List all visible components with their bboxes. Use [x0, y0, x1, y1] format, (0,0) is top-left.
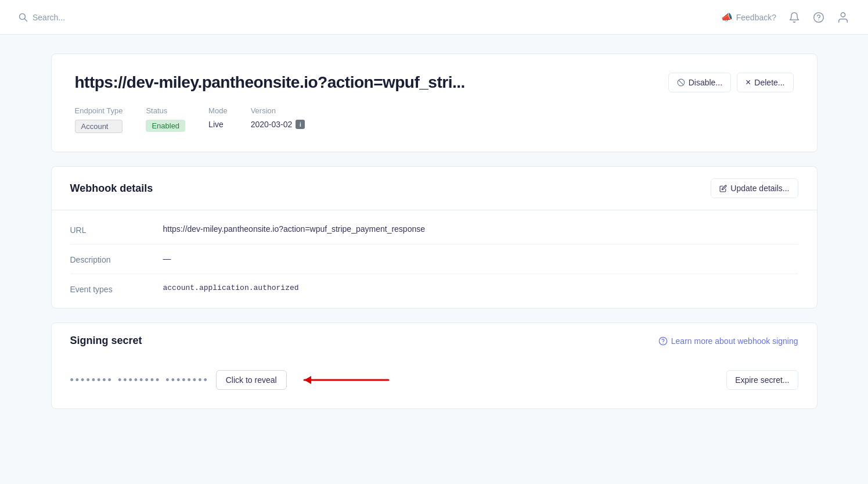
- svg-point-3: [819, 19, 819, 20]
- detail-val-description: —: [163, 254, 171, 263]
- svg-point-8: [662, 343, 663, 343]
- version-value: 2020-03-02 i: [251, 120, 305, 129]
- pencil-icon: [719, 185, 727, 192]
- feedback-label: Feedback?: [736, 13, 776, 22]
- webhook-details-title: Webhook details: [70, 182, 153, 195]
- svg-marker-10: [304, 376, 311, 384]
- version-label: Version: [251, 106, 305, 115]
- detail-row-event-types: Event types account.application.authoriz…: [70, 274, 798, 303]
- nav-right: 📣 Feedback?: [721, 11, 849, 24]
- status-label: Status: [146, 106, 185, 115]
- svg-point-7: [659, 337, 667, 345]
- megaphone-icon: 📣: [721, 12, 733, 23]
- detail-key-url: URL: [70, 224, 140, 235]
- svg-point-4: [841, 12, 845, 16]
- svg-line-1: [25, 19, 27, 21]
- help-icon[interactable]: [812, 11, 825, 24]
- details-table: URL https://dev-miley.pantheonsite.io?ac…: [52, 210, 817, 308]
- detail-row-description: Description —: [70, 245, 798, 274]
- search-placeholder: Search...: [33, 13, 65, 22]
- meta-status: Status Enabled: [146, 106, 185, 132]
- signing-secret-header: Signing secret Learn more about webhook …: [52, 323, 817, 358]
- user-avatar-icon[interactable]: [837, 11, 849, 24]
- webhook-details-card: Webhook details Update details... URL ht…: [51, 166, 817, 309]
- red-arrow-icon: [298, 371, 391, 389]
- secret-row: •••••••• •••••••• •••••••• Click to reve…: [52, 358, 817, 408]
- update-details-button[interactable]: Update details...: [711, 178, 798, 198]
- arrow-indicator: [298, 371, 391, 389]
- detail-key-description: Description: [70, 254, 140, 264]
- feedback-button[interactable]: 📣 Feedback?: [721, 12, 776, 23]
- signing-secret-title: Signing secret: [70, 335, 142, 347]
- meta-mode: Mode Live: [208, 106, 228, 129]
- reveal-secret-button[interactable]: Click to reveal: [216, 370, 287, 390]
- mode-value: Live: [208, 120, 228, 129]
- detail-val-event-types: account.application.authorized: [163, 284, 299, 292]
- svg-line-6: [679, 80, 683, 85]
- meta-version: Version 2020-03-02 i: [251, 106, 305, 129]
- header-meta: Endpoint Type Account Status Enabled Mod…: [75, 106, 794, 133]
- webhook-details-header: Webhook details Update details...: [52, 167, 817, 210]
- endpoint-type-label: Endpoint Type: [75, 106, 123, 115]
- endpoint-type-badge: Account: [75, 120, 123, 133]
- update-details-label: Update details...: [730, 184, 789, 193]
- header-top: https://dev-miley.pantheonsite.io?action…: [75, 73, 794, 92]
- detail-key-event-types: Event types: [70, 284, 140, 294]
- disable-icon: [677, 78, 685, 87]
- version-info-icon[interactable]: i: [296, 120, 305, 129]
- learn-more-label: Learn more about webhook signing: [671, 336, 798, 346]
- status-badge: Enabled: [146, 120, 185, 132]
- secret-dots: •••••••• •••••••• ••••••••: [70, 374, 209, 386]
- delete-label: Delete...: [754, 78, 784, 87]
- search-area[interactable]: Search...: [19, 13, 65, 22]
- mode-label: Mode: [208, 106, 228, 115]
- notifications-bell-icon[interactable]: [788, 11, 801, 24]
- endpoint-header-card: https://dev-miley.pantheonsite.io?action…: [51, 53, 817, 152]
- disable-button[interactable]: Disable...: [668, 73, 731, 92]
- delete-button[interactable]: × Delete...: [737, 73, 793, 92]
- main-content: https://dev-miley.pantheonsite.io?action…: [28, 35, 841, 442]
- delete-x-icon: ×: [745, 78, 751, 87]
- meta-endpoint-type: Endpoint Type Account: [75, 106, 123, 133]
- header-actions: Disable... × Delete...: [668, 73, 794, 92]
- detail-val-url: https://dev-miley.pantheonsite.io?action…: [163, 224, 426, 234]
- disable-label: Disable...: [689, 78, 722, 87]
- signing-secret-card: Signing secret Learn more about webhook …: [51, 322, 817, 409]
- secret-left: •••••••• •••••••• •••••••• Click to reve…: [70, 370, 391, 390]
- detail-row-url: URL https://dev-miley.pantheonsite.io?ac…: [70, 215, 798, 245]
- expire-secret-button[interactable]: Expire secret...: [726, 370, 798, 390]
- top-nav: Search... 📣 Feedback?: [0, 0, 868, 35]
- svg-point-2: [814, 12, 824, 22]
- help-circle-icon: [658, 336, 668, 346]
- learn-more-link[interactable]: Learn more about webhook signing: [658, 336, 798, 346]
- search-icon: [19, 13, 28, 22]
- endpoint-url: https://dev-miley.pantheonsite.io?action…: [75, 73, 465, 92]
